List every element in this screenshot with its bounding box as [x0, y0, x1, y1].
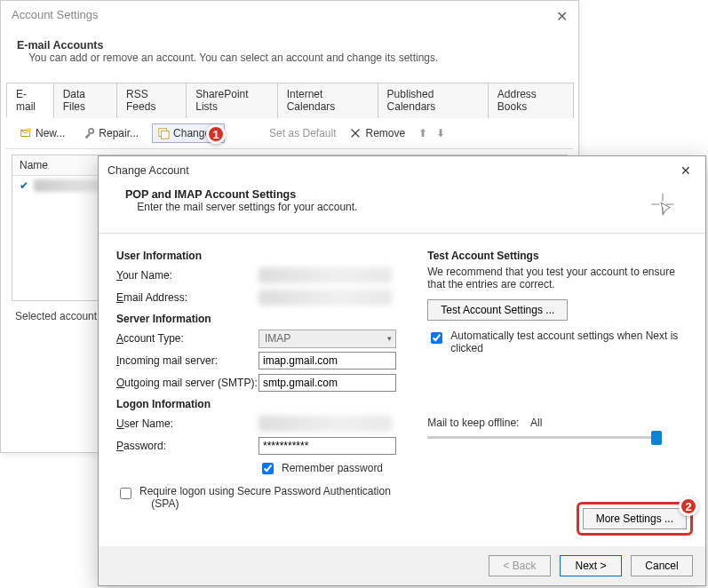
email-toolbar: New... Repair... Change... Set as Defaul…	[6, 118, 573, 149]
more-settings-highlight: More Settings ...	[577, 502, 693, 536]
remember-password-checkbox[interactable]: Remember password	[259, 460, 383, 477]
form-area: User Information Your Name: Email Addres…	[99, 234, 705, 520]
your-name-value-blurred	[259, 267, 392, 283]
password-label: Password:	[116, 440, 259, 452]
mail-keep-label: Mail to keep offline:	[427, 417, 519, 429]
auto-test-box[interactable]	[431, 332, 442, 344]
tab-data-files[interactable]: Data Files	[53, 83, 117, 118]
auto-test-label: Automatically test account settings when…	[450, 330, 681, 354]
callout-1-num: 1	[212, 128, 219, 141]
test-description: We recommend that you test your account …	[427, 266, 689, 290]
svg-rect-4	[161, 131, 169, 139]
remember-password-box[interactable]	[262, 463, 274, 474]
form-right: Test Account Settings We recommend that …	[427, 244, 689, 513]
tab-address-books[interactable]: Address Books	[488, 83, 574, 118]
dialog-title: Change Account	[107, 164, 189, 177]
dialog-heading: POP and IMAP Account Settings	[125, 188, 296, 201]
tab-rss-feeds[interactable]: RSS Feeds	[116, 83, 187, 118]
click-cursor-icon	[647, 188, 679, 220]
cancel-button[interactable]: Cancel	[631, 555, 693, 576]
account-type-label: Account Type:	[116, 332, 259, 345]
outgoing-server-input[interactable]	[259, 374, 396, 392]
spa-label: Require logon using Secure Password Auth…	[139, 485, 391, 510]
close-icon[interactable]: ✕	[556, 8, 568, 25]
set-default-button: Set as Default	[269, 127, 336, 139]
mail-keep-slider[interactable]	[427, 436, 658, 439]
header-subtext: You can add or remove an account. You ca…	[28, 52, 438, 64]
test-account-button[interactable]: Test Account Settings ...	[427, 299, 568, 321]
remember-password-label: Remember password	[282, 462, 383, 474]
header-heading: E-mail Accounts	[17, 39, 103, 52]
account-settings-tabs: E-mail Data Files RSS Feeds SharePoint L…	[6, 82, 573, 118]
auto-test-checkbox[interactable]: Automatically test account settings when…	[427, 330, 689, 354]
back-button: < Back	[489, 555, 551, 576]
username-value-blurred	[259, 416, 392, 432]
new-icon	[20, 127, 32, 139]
new-label: New...	[36, 127, 65, 139]
default-check-icon: ✔	[20, 179, 28, 192]
callout-1: 1	[206, 124, 226, 144]
new-button[interactable]: New...	[15, 124, 69, 142]
account-type-combo: IMAP ▾	[259, 330, 396, 348]
remove-icon	[349, 127, 362, 139]
callout-2: 2	[679, 497, 698, 516]
your-name-label: Your Name:	[116, 269, 259, 282]
outgoing-server-label: Outgoing mail server (SMTP):	[116, 377, 259, 389]
email-value-blurred	[259, 290, 392, 306]
tab-sharepoint-lists[interactable]: SharePoint Lists	[186, 83, 277, 118]
section-test: Test Account Settings	[427, 250, 689, 262]
username-label: User Name:	[116, 417, 259, 430]
section-logon-info: Logon Information	[116, 398, 404, 410]
remove-label: Remove	[365, 127, 405, 139]
account-settings-titlebar: Account Settings ✕	[1, 1, 578, 32]
change-account-dialog: Change Account ✕ POP and IMAP Account Se…	[98, 155, 706, 586]
tab-internet-calendars[interactable]: Internet Calendars	[277, 83, 378, 118]
incoming-server-label: Incoming mail server:	[116, 354, 259, 367]
tab-published-calendars[interactable]: Published Calendars	[378, 83, 489, 118]
slider-thumb[interactable]	[651, 431, 662, 445]
password-input[interactable]	[259, 437, 396, 455]
header-block: E-mail Accounts You can add or remove an…	[17, 39, 562, 64]
mail-keep-section: Mail to keep offline: All	[427, 417, 689, 439]
svg-point-2	[89, 129, 93, 133]
svg-point-1	[27, 128, 31, 132]
tab-email[interactable]: E-mail	[6, 83, 54, 118]
chevron-down-icon: ▾	[387, 334, 392, 343]
move-down-icon: ⬇	[436, 127, 445, 139]
move-up-icon: ⬆	[418, 127, 427, 139]
repair-button[interactable]: Repair...	[78, 124, 143, 142]
callout-2-num: 2	[685, 500, 691, 513]
account-type-value: IMAP	[265, 332, 290, 345]
dialog-header: POP and IMAP Account Settings Enter the …	[99, 185, 705, 234]
section-server-info: Server Information	[116, 313, 404, 325]
form-left: User Information Your Name: Email Addres…	[116, 244, 404, 513]
remove-button[interactable]: Remove	[345, 124, 410, 142]
change-icon	[157, 127, 170, 139]
incoming-server-input[interactable]	[259, 352, 396, 369]
window-title: Account Settings	[12, 8, 99, 25]
spa-box[interactable]	[120, 488, 131, 499]
change-account-titlebar: Change Account ✕	[99, 156, 705, 185]
spa-checkbox[interactable]: Require logon using Secure Password Auth…	[116, 485, 391, 510]
next-button[interactable]: Next >	[560, 555, 622, 576]
mail-keep-value: All	[530, 417, 542, 429]
email-address-label: Email Address:	[116, 291, 259, 304]
close-icon[interactable]: ✕	[675, 162, 696, 179]
more-settings-button[interactable]: More Settings ...	[583, 508, 687, 529]
dialog-subheading: Enter the mail server settings for your …	[137, 201, 357, 213]
repair-label: Repair...	[99, 127, 139, 139]
section-user-info: User Information	[116, 250, 404, 262]
dialog-footer: < Back Next > Cancel	[99, 546, 705, 585]
repair-icon	[83, 127, 95, 139]
